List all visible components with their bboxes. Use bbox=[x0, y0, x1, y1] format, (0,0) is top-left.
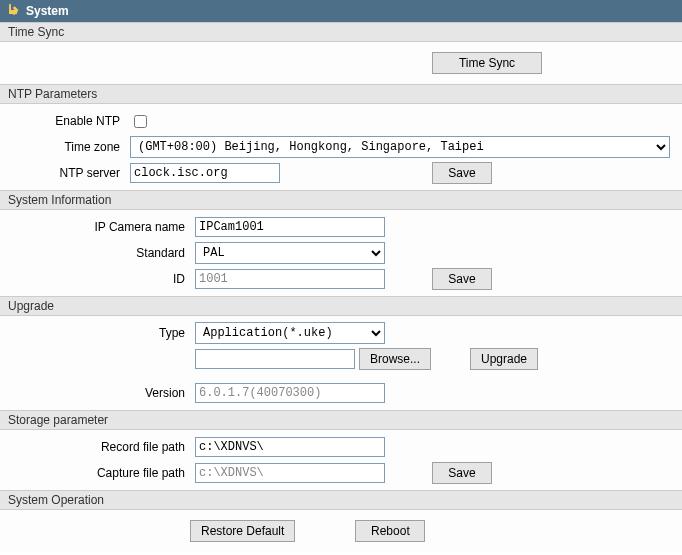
section-storage: Storage parameter bbox=[0, 410, 682, 430]
section-label: System Operation bbox=[8, 493, 104, 507]
timezone-select[interactable]: (GMT+08:00) Beijing, Hongkong, Singapore… bbox=[130, 136, 670, 158]
page-title: System bbox=[26, 4, 69, 18]
browse-button[interactable]: Browse... bbox=[359, 348, 431, 370]
camera-name-label: IP Camera name bbox=[0, 220, 195, 234]
section-system-operation: System Operation bbox=[0, 490, 682, 510]
upgrade-type-select[interactable]: Application(*.uke) bbox=[195, 322, 385, 344]
section-system-info: System Information bbox=[0, 190, 682, 210]
sysinfo-save-button[interactable]: Save bbox=[432, 268, 492, 290]
enable-ntp-checkbox[interactable] bbox=[134, 115, 147, 128]
record-path-label: Record file path bbox=[0, 440, 195, 454]
section-label: NTP Parameters bbox=[8, 87, 97, 101]
upgrade-button[interactable]: Upgrade bbox=[470, 348, 538, 370]
page-header: System bbox=[0, 0, 682, 22]
section-ntp: NTP Parameters bbox=[0, 84, 682, 104]
upgrade-type-label: Type bbox=[0, 326, 195, 340]
storage-save-button[interactable]: Save bbox=[432, 462, 492, 484]
version-label: Version bbox=[0, 386, 195, 400]
standard-select[interactable]: PAL bbox=[195, 242, 385, 264]
id-input bbox=[195, 269, 385, 289]
version-input bbox=[195, 383, 385, 403]
reboot-button[interactable]: Reboot bbox=[355, 520, 425, 542]
ntp-server-input[interactable] bbox=[130, 163, 280, 183]
timezone-label: Time zone bbox=[0, 140, 130, 154]
id-label: ID bbox=[0, 272, 195, 286]
record-path-input[interactable] bbox=[195, 437, 385, 457]
section-time-sync: Time Sync bbox=[0, 22, 682, 42]
section-label: Upgrade bbox=[8, 299, 54, 313]
section-label: Storage parameter bbox=[8, 413, 108, 427]
capture-path-input bbox=[195, 463, 385, 483]
section-upgrade: Upgrade bbox=[0, 296, 682, 316]
time-sync-button[interactable]: Time Sync bbox=[432, 52, 542, 74]
enable-ntp-label: Enable NTP bbox=[0, 114, 130, 128]
capture-path-label: Capture file path bbox=[0, 466, 195, 480]
ntp-server-label: NTP server bbox=[0, 166, 130, 180]
arrow-icon bbox=[8, 4, 20, 19]
upgrade-file-input[interactable] bbox=[195, 349, 355, 369]
camera-name-input[interactable] bbox=[195, 217, 385, 237]
ntp-save-button[interactable]: Save bbox=[432, 162, 492, 184]
standard-label: Standard bbox=[0, 246, 195, 260]
restore-default-button[interactable]: Restore Default bbox=[190, 520, 295, 542]
section-label: Time Sync bbox=[8, 25, 64, 39]
section-label: System Information bbox=[8, 193, 111, 207]
